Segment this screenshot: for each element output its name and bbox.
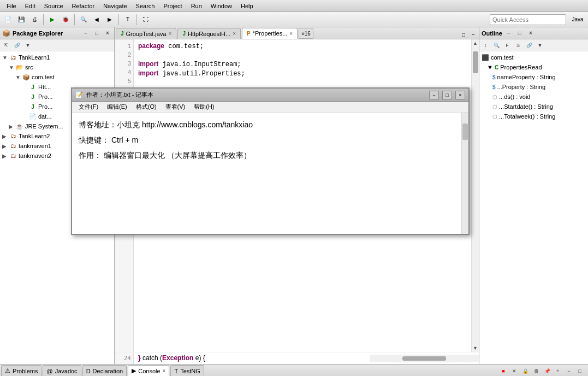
toggle-src[interactable]: ▼	[9, 64, 14, 70]
maximize-editor-button[interactable]: ⛶	[140, 14, 152, 26]
tab-problems[interactable]: ⚠ Problems	[1, 365, 41, 376]
toolbar-sep-4	[136, 14, 137, 25]
open-type-button[interactable]: T	[122, 14, 134, 26]
scroll-down-icon[interactable]: ▼	[473, 345, 478, 351]
outline-link-btn[interactable]: 🔗	[524, 40, 534, 50]
tab-overflow-indicator[interactable]: » 16	[299, 28, 313, 39]
menu-file[interactable]: File	[2, 2, 21, 10]
outline-item-otherprop[interactable]: $ ...Property : String	[479, 82, 588, 92]
tab-properties[interactable]: P *Properties... ×	[242, 28, 298, 39]
scroll-up-icon[interactable]: ▲	[473, 40, 478, 46]
editor-scrollbar-vertical[interactable]: ▲ ▼	[471, 39, 479, 352]
menu-run[interactable]: Run	[187, 2, 206, 10]
tree-item-tanklearn1[interactable]: ▼ 🗂 TankLearn1	[0, 52, 114, 62]
outline-label-nameprop: nameProperty : String	[497, 74, 556, 80]
perspective-btn[interactable]: Java	[569, 14, 586, 26]
outline-item-ds[interactable]: ⬡ ...ds() : void	[479, 92, 588, 102]
tab-declaration[interactable]: D Declaration	[82, 365, 127, 376]
console-tab-close[interactable]: ×	[163, 368, 166, 374]
quick-access-input[interactable]	[490, 14, 566, 25]
notepad-scroll-thumb[interactable]	[462, 124, 468, 140]
outline-toggle-propread[interactable]: ▼	[487, 64, 493, 70]
tab-close-grouptest[interactable]: ×	[169, 31, 172, 37]
tab-scroll-restore[interactable]: −	[469, 30, 478, 39]
tab-httprequest[interactable]: J HttpRequestH... ×	[177, 28, 241, 39]
print-button[interactable]: 🖨	[28, 14, 40, 26]
package-explorer-minimize[interactable]: −	[81, 29, 90, 38]
toggle-tankmaven2[interactable]: ▶	[2, 153, 8, 159]
outline-panel-close[interactable]: ×	[526, 29, 535, 38]
run-button[interactable]: ▶	[46, 14, 58, 26]
tab-testng[interactable]: T TestNG	[170, 365, 204, 376]
new-button[interactable]: 📄	[2, 14, 14, 26]
view-menu-btn[interactable]: ▼	[23, 40, 33, 50]
outline-item-nameprop[interactable]: $ nameProperty : String	[479, 72, 588, 82]
console-scroll-lock-btn[interactable]: 🔒	[520, 366, 530, 376]
notepad-text-area[interactable]: 博客地址：小坦克 http://www.cnblogs.com/tankxiao…	[72, 113, 461, 234]
tab-console[interactable]: ▶ Console ×	[128, 365, 169, 376]
outline-hide-static-btn[interactable]: S	[513, 40, 523, 50]
tab-close-properties[interactable]: ×	[289, 31, 293, 37]
outline-panel-maximize[interactable]: □	[515, 29, 524, 38]
notepad-restore-btn[interactable]: □	[442, 91, 452, 99]
notepad-close-btn[interactable]: ×	[455, 91, 465, 99]
notepad-menu-file[interactable]: 文件(F)	[74, 102, 103, 112]
menu-project[interactable]: Project	[159, 2, 186, 10]
search-button[interactable]: 🔍	[78, 14, 90, 26]
outline-filter-btn[interactable]: 🔍	[491, 40, 501, 50]
notepad-minimize-btn[interactable]: −	[429, 91, 439, 99]
outline-item-comtest[interactable]: ⬛ com.test	[479, 52, 588, 62]
bottom-hscroll[interactable]	[370, 352, 479, 364]
menu-edit[interactable]: Edit	[21, 2, 40, 10]
tab-grouptest[interactable]: J GroupTest.java ×	[116, 28, 176, 39]
menu-window[interactable]: Window	[206, 2, 236, 10]
console-terminate-btn[interactable]: ■	[498, 366, 508, 376]
back-button[interactable]: ◀	[91, 14, 103, 26]
notepad-menu-edit[interactable]: 编辑(E)	[103, 102, 132, 112]
package-explorer-icon: 📦	[2, 30, 10, 37]
outline-panel-title: Outline	[482, 30, 502, 37]
tree-item-src[interactable]: ▼ 📂 src	[0, 62, 114, 72]
notepad-scrollbar[interactable]	[461, 113, 468, 234]
tab-scroll-maximize[interactable]: □	[459, 30, 468, 39]
package-explorer-maximize[interactable]: □	[92, 29, 101, 38]
notepad-menu-help[interactable]: 帮助(H)	[189, 102, 218, 112]
notepad-menu-format[interactable]: 格式(O)	[132, 102, 161, 112]
outline-hide-fields-btn[interactable]: F	[502, 40, 512, 50]
tab-close-httprequest[interactable]: ×	[233, 31, 236, 37]
console-pin-btn[interactable]: 📌	[542, 366, 552, 376]
console-new-btn[interactable]: +	[553, 366, 563, 376]
menu-navigate[interactable]: Navigate	[99, 2, 131, 10]
outline-item-totalweek[interactable]: ⬡ ...Totalweek() : String	[479, 111, 588, 121]
forward-button[interactable]: ▶	[104, 14, 116, 26]
tab-javadoc[interactable]: @ Javadoc	[43, 365, 81, 376]
package-explorer-close[interactable]: ×	[103, 29, 112, 38]
tree-item-comtest[interactable]: ▼ 📦 com.test	[0, 72, 114, 82]
toggle-jre[interactable]: ▶	[9, 124, 14, 130]
collapse-all-btn[interactable]: ⇱	[1, 40, 11, 50]
hscroll-thumb[interactable]	[402, 356, 446, 361]
toggle-comtest[interactable]: ▼	[15, 74, 21, 80]
menu-refactor[interactable]: Refactor	[68, 2, 99, 10]
scroll-thumb[interactable]	[473, 51, 478, 73]
save-button[interactable]: 💾	[15, 14, 27, 26]
outline-menu-btn[interactable]: ▼	[535, 40, 545, 50]
console-clear-btn[interactable]: 🗑	[531, 366, 541, 376]
outline-item-startdate[interactable]: ⬡ ...Startdate() : String	[479, 102, 588, 111]
menu-search[interactable]: Search	[132, 2, 159, 10]
outline-item-propread[interactable]: ▼ C PropertiesRead	[479, 62, 588, 72]
outline-sort-btn[interactable]: ↕	[480, 40, 490, 50]
project-icon-4: 🗂	[9, 151, 17, 160]
debug-button[interactable]: 🐞	[60, 14, 72, 26]
toggle-tanklearn1[interactable]: ▼	[2, 55, 8, 61]
menu-help[interactable]: Help	[236, 2, 258, 10]
toggle-tankmaven1[interactable]: ▶	[2, 143, 8, 149]
outline-panel-minimize[interactable]: −	[504, 29, 513, 38]
link-editor-btn[interactable]: 🔗	[12, 40, 22, 50]
menu-source[interactable]: Source	[40, 2, 68, 10]
toggle-tanklearn2[interactable]: ▶	[2, 133, 8, 139]
console-remove-btn[interactable]: ✕	[509, 366, 519, 376]
console-minimize-btn[interactable]: −	[564, 366, 574, 376]
console-maximize-btn[interactable]: □	[575, 366, 585, 376]
notepad-menu-view[interactable]: 查看(V)	[161, 102, 190, 112]
